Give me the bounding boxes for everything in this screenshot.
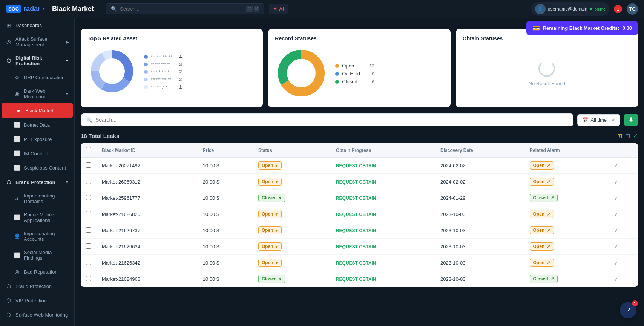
legend-label-4: ******.***.** (151, 77, 172, 82)
row-expand-5: ∨ (609, 239, 638, 255)
alarm-external-link-7[interactable]: ↗ (550, 276, 554, 282)
alarm-external-link-3[interactable]: ↗ (547, 211, 550, 217)
sidebar-item-drp-config[interactable]: ⚙ DRP Configuration (0, 70, 74, 84)
list-view-icon[interactable]: ⊟ (625, 132, 630, 139)
alarm-external-link-6[interactable]: ↗ (547, 260, 550, 265)
sidebar-item-pii[interactable]: ⬜ PII Exposure (0, 132, 74, 146)
sidebar-item-im-content[interactable]: ⬜ IM Content (0, 146, 74, 161)
status-arrow-7: ▼ (278, 277, 282, 281)
row-checkbox-1[interactable] (86, 179, 91, 184)
row-expand-1: ∨ (609, 174, 638, 190)
select-all-checkbox[interactable] (86, 147, 91, 152)
sidebar-item-digital-risk[interactable]: ⬡ Digital Risk Protection ▼ (0, 51, 74, 70)
expand-button-4[interactable]: ∨ (614, 227, 618, 233)
row-checkbox-3[interactable] (86, 211, 91, 216)
sidebar-item-social-media[interactable]: ⬜ Social Media Findings (0, 246, 74, 265)
search-box-main[interactable]: 🔍 (81, 113, 573, 126)
request-obtain-1[interactable]: REQUEST OBTAIN (336, 179, 376, 185)
check-icon[interactable]: ✓ (633, 132, 638, 139)
th-expand (609, 143, 638, 158)
sidebar-label-pii: PII Exposure (24, 136, 52, 142)
status-badge-6[interactable]: Open ▼ (258, 259, 282, 267)
sidebar-item-dark-web[interactable]: ◉ Dark Web Monitoring ▼ (0, 84, 74, 103)
sidebar-item-fraud-protection[interactable]: ⬡ Fraud Protection (0, 279, 74, 293)
export-button[interactable]: ⬇ (624, 114, 638, 126)
alarm-badge-4: Open ↗ (530, 226, 554, 234)
sidebar-item-suspicious[interactable]: ⬜ Suspicious Content (0, 161, 74, 175)
global-search-bar[interactable]: 🔍 ⌘ K (106, 3, 264, 14)
sidebar-item-impersonating-accounts[interactable]: 👤 Impersonating Accounts (0, 227, 74, 246)
status-badge-7[interactable]: Closed ▼ (258, 275, 285, 283)
sidebar-item-cyber-threat[interactable]: ◎ Cyber Threat Intelligence ▶ (0, 322, 74, 326)
request-obtain-6[interactable]: REQUEST OBTAIN (336, 260, 376, 266)
row-checkbox-4[interactable] (86, 227, 91, 233)
alarm-badge-5: Open ↗ (530, 242, 554, 251)
sidebar-item-bad-reputation[interactable]: ◎ Bad Reputation (0, 265, 74, 279)
alarm-badge-1: Open ↗ (530, 178, 554, 186)
row-checkbox-6[interactable] (86, 260, 91, 265)
alarm-external-link-2[interactable]: ↗ (550, 195, 554, 200)
request-obtain-2[interactable]: REQUEST OBTAIN (336, 196, 376, 201)
ai-button[interactable]: ✦ AI (269, 4, 288, 14)
row-alarm-5: Open ↗ (524, 239, 609, 255)
help-button[interactable]: ? 1 (620, 302, 636, 318)
expand-button-1[interactable]: ∨ (614, 179, 618, 185)
row-date-0: 2024-02-02 (435, 158, 524, 174)
sidebar-item-impersonating-domains[interactable]: J Impersonating Domains (0, 189, 74, 208)
legend-val-5: 1 (175, 84, 182, 90)
row-id-7: Market-21624968 (97, 271, 198, 287)
request-obtain-7[interactable]: REQUEST OBTAIN (336, 277, 376, 282)
alarm-external-link-5[interactable]: ↗ (547, 244, 550, 249)
time-filter[interactable]: 📅 All time ✕ (577, 114, 620, 126)
black-market-icon: ● (15, 107, 22, 114)
status-badge-3[interactable]: Open ▼ (258, 210, 282, 218)
status-badge-0[interactable]: Open ▼ (258, 161, 282, 170)
sidebar-item-brand-protection[interactable]: ⬡ Brand Protection ▼ (0, 175, 74, 189)
record-closed-item: Closed 6 (335, 79, 374, 84)
row-checkbox-2[interactable] (86, 195, 91, 200)
table-search-input[interactable] (95, 117, 568, 123)
request-obtain-0[interactable]: REQUEST OBTAIN (336, 163, 376, 168)
expand-button-0[interactable]: ∨ (614, 162, 618, 168)
row-price-7: 10.00 $ (198, 271, 253, 287)
status-arrow-3: ▼ (275, 212, 279, 216)
sidebar-item-rogue-mobile[interactable]: ⬜ Rogue Mobile Applications (0, 208, 74, 227)
drp-config-icon: ⚙ (14, 74, 20, 81)
export-icon: ⬇ (629, 116, 633, 123)
expand-button-7[interactable]: ∨ (614, 276, 618, 282)
alarm-external-link-4[interactable]: ↗ (547, 228, 550, 233)
table-row: Market-21626820 10.00 $ Open ▼ REQUEST O… (81, 206, 638, 222)
record-closed-dot (335, 80, 339, 84)
row-obtain-1: REQUEST OBTAIN (331, 174, 435, 190)
expand-button-6[interactable]: ∨ (614, 260, 618, 266)
request-obtain-5[interactable]: REQUEST OBTAIN (336, 244, 376, 249)
expand-button-2[interactable]: ∨ (614, 195, 618, 201)
sidebar-item-vip-protection[interactable]: ⬡ VIP Protection (0, 293, 74, 308)
alarm-external-link-0[interactable]: ↗ (547, 163, 550, 168)
request-obtain-4[interactable]: REQUEST OBTAIN (336, 228, 376, 233)
status-badge-1[interactable]: Open ▼ (258, 178, 282, 186)
grid-view-icon[interactable]: ⊞ (617, 132, 622, 139)
global-search-input[interactable] (120, 6, 243, 12)
row-alarm-7: Closed ↗ (524, 271, 609, 287)
clear-filter-icon[interactable]: ✕ (611, 117, 615, 123)
sidebar-item-botnet[interactable]: ⬜ Botnet Data (0, 118, 74, 132)
status-badge-4[interactable]: Open ▼ (258, 226, 282, 234)
sidebar-item-attack-surface[interactable]: ◎ Attack Surface Management ▶ (0, 32, 74, 51)
row-checkbox-0[interactable] (86, 162, 91, 168)
record-statuses-donut (275, 47, 328, 101)
user-avatar[interactable]: TC (627, 3, 638, 15)
row-date-7: 2023-10-03 (435, 271, 524, 287)
status-badge-2[interactable]: Closed ▼ (258, 194, 285, 202)
row-checkbox-5[interactable] (86, 243, 91, 249)
sidebar-item-black-market[interactable]: ● Black Market (2, 103, 73, 118)
notifications-button[interactable]: 1 (614, 5, 622, 13)
status-badge-5[interactable]: Open ▼ (258, 242, 282, 251)
expand-button-3[interactable]: ∨ (614, 211, 618, 217)
expand-button-5[interactable]: ∨ (614, 243, 618, 249)
row-checkbox-7[interactable] (86, 276, 91, 281)
request-obtain-3[interactable]: REQUEST OBTAIN (336, 212, 376, 217)
sidebar-item-surface-web[interactable]: ⬡ Surface Web Monitoring (0, 308, 74, 322)
alarm-external-link-1[interactable]: ↗ (547, 179, 550, 184)
sidebar-item-dashboards[interactable]: ⊞ Dashboards (0, 18, 74, 32)
